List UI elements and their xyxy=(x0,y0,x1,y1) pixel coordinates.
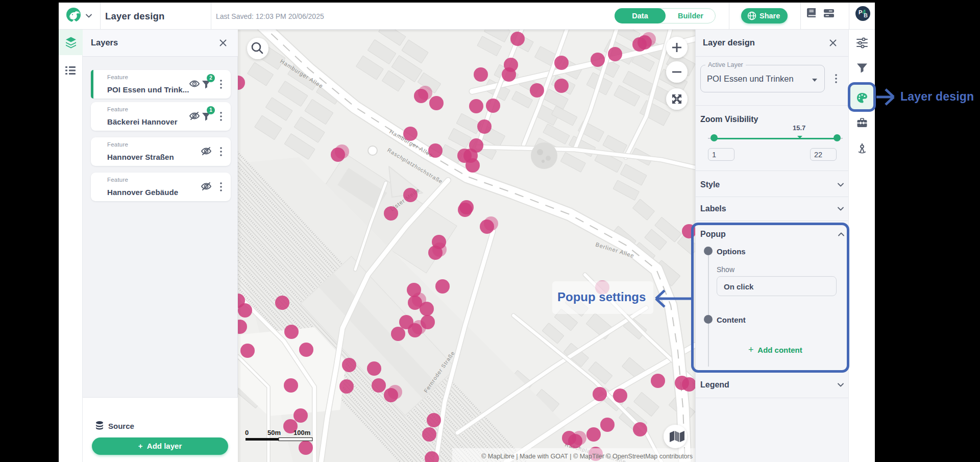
svg-text:© MapLibre | Made with GOAT |: © MapLibre | Made with GOAT | © MapTiler… xyxy=(481,453,693,460)
svg-text:0: 0 xyxy=(245,429,249,436)
svg-text:50m: 50m xyxy=(267,429,281,436)
svg-text:100m: 100m xyxy=(293,429,310,436)
